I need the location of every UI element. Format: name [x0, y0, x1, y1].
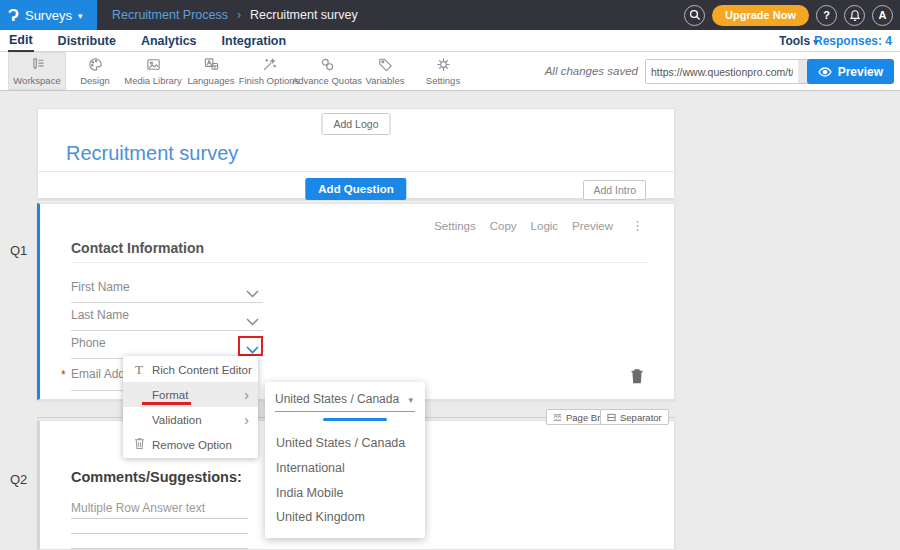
trash-icon — [630, 368, 644, 384]
divider — [38, 171, 674, 172]
search-icon — [689, 9, 701, 21]
annotation-highlight-box — [238, 336, 263, 356]
toolbar-item-advance-quotas[interactable]: Advance Quotas — [298, 52, 356, 90]
menu-item-label: Remove Option — [152, 439, 232, 451]
toolbar-item-variables[interactable]: Variables — [356, 52, 414, 90]
upgrade-now-button[interactable]: Upgrade Now — [712, 5, 809, 26]
menu-item-rich-content-editor[interactable]: T Rich Content Editor — [123, 357, 258, 382]
format-option-us-canada[interactable]: United States / Canada — [276, 436, 405, 450]
menu-item-label: Format — [152, 389, 188, 401]
finish-options-icon — [261, 56, 278, 73]
field-underline — [71, 330, 263, 331]
tab-integration[interactable]: Integration — [221, 30, 288, 52]
survey-url-box: ✎ — [645, 59, 827, 84]
topbar-actions: Upgrade Now ? A — [684, 0, 893, 30]
chevron-down-icon — [246, 318, 259, 326]
toolbar-item-label: Advance Quotas — [292, 75, 362, 86]
toolbar-item-media-library[interactable]: Media Library — [124, 52, 182, 90]
multi-row-answer-placeholder[interactable]: Multiple Row Answer text — [71, 501, 205, 515]
avatar: A — [879, 9, 887, 21]
toolbar-item-design[interactable]: Design — [66, 52, 124, 90]
field-option-context-menu: T Rich Content Editor Format › Validatio… — [123, 356, 258, 458]
toolbar-item-settings[interactable]: Settings — [414, 52, 472, 90]
question-copy-link[interactable]: Copy — [490, 220, 517, 232]
question-title[interactable]: Comments/Suggestions: — [71, 469, 242, 485]
advance-quotas-icon — [319, 56, 336, 73]
menu-item-validation[interactable]: Validation › — [123, 407, 258, 432]
toolbar-item-label: Design — [80, 75, 110, 86]
editor-toolbar: Workspace Design Media Library — [0, 52, 900, 91]
separator-button[interactable]: Separator — [600, 409, 669, 425]
format-option-international[interactable]: International — [276, 461, 345, 475]
toolbar-item-label: Media Library — [124, 75, 182, 86]
required-mark: * — [61, 368, 66, 382]
top-bar: Ɂ Surveys ▾ Recruitment Process › Recrui… — [0, 0, 900, 30]
toolbar-item-label: Finish Options — [239, 75, 300, 86]
app-window: Ɂ Surveys ▾ Recruitment Process › Recrui… — [0, 0, 900, 550]
tab-edit[interactable]: Edit — [8, 30, 34, 52]
design-icon — [87, 56, 104, 73]
questionpro-logo: Ɂ — [8, 7, 19, 24]
add-intro-button[interactable]: Add Intro — [583, 180, 646, 200]
question-actions: Settings Copy Logic Preview ⋮ — [434, 218, 644, 233]
menu-item-label: Rich Content Editor — [152, 364, 252, 376]
tab-distribute[interactable]: Distribute — [57, 30, 117, 52]
breadcrumb-folder[interactable]: Recruitment Process — [112, 8, 228, 22]
toolbar-item-label: Languages — [187, 75, 234, 86]
account-button[interactable]: A — [872, 5, 893, 26]
field-option-dropdown[interactable] — [246, 312, 259, 330]
survey-title[interactable]: Recruitment survey — [66, 142, 238, 165]
field-label-phone[interactable]: Phone — [71, 336, 106, 350]
scroll-indicator[interactable] — [323, 418, 387, 421]
tools-label: Tools — [779, 34, 810, 48]
languages-icon — [203, 56, 220, 73]
field-underline — [71, 302, 263, 303]
field-option-dropdown[interactable] — [246, 284, 259, 302]
breadcrumb-separator-icon: › — [237, 8, 241, 22]
search-button[interactable] — [684, 5, 705, 26]
question-settings-link[interactable]: Settings — [434, 220, 476, 232]
field-label-last-name[interactable]: Last Name — [71, 308, 129, 322]
notifications-button[interactable] — [844, 5, 865, 26]
question-mark-icon: ? — [823, 9, 830, 21]
question-title[interactable]: Contact Information — [71, 240, 204, 256]
toolbar-item-workspace[interactable]: Workspace — [8, 52, 66, 90]
toolbar-item-label: Settings — [426, 75, 460, 86]
question-logic-link[interactable]: Logic — [531, 220, 559, 232]
menu-item-remove-option[interactable]: Remove Option — [123, 432, 258, 457]
chevron-down-icon — [246, 290, 259, 298]
format-option-united-kingdom[interactable]: United Kingdom — [276, 510, 365, 524]
format-option-india-mobile[interactable]: India Mobile — [276, 486, 343, 500]
question-preview-link[interactable]: Preview — [572, 220, 613, 232]
separator-label: Separator — [620, 412, 662, 423]
add-question-button[interactable]: Add Question — [305, 178, 406, 200]
bell-icon — [849, 9, 861, 22]
annotation-underline — [142, 402, 191, 405]
eye-icon — [818, 67, 832, 77]
format-select[interactable]: United States / Canada ▾ — [275, 392, 415, 412]
help-button[interactable]: ? — [816, 5, 837, 26]
preview-button[interactable]: Preview — [807, 59, 894, 84]
breadcrumb: Recruitment Process › Recruitment survey — [112, 0, 358, 30]
menu-item-label: Validation — [152, 414, 202, 426]
separator-icon — [607, 413, 616, 422]
tab-bar: Edit Distribute Analytics Integration To… — [0, 30, 900, 52]
surveys-menu[interactable]: Ɂ Surveys ▾ — [0, 0, 97, 30]
toolbar-item-label: Workspace — [13, 75, 60, 86]
question-number-q2: Q2 — [10, 472, 27, 487]
tab-analytics[interactable]: Analytics — [140, 30, 198, 52]
survey-url-input[interactable] — [646, 60, 798, 83]
kebab-menu-icon[interactable]: ⋮ — [631, 218, 644, 233]
trash-icon — [132, 437, 146, 452]
answer-line — [71, 533, 248, 534]
question-number-q1: Q1 — [10, 243, 27, 258]
toolbar-item-finish-options[interactable]: Finish Options — [240, 52, 298, 90]
add-logo-button[interactable]: Add Logo — [322, 113, 391, 135]
page-break-icon — [553, 413, 562, 422]
tools-menu[interactable]: Tools ▾ — [779, 34, 818, 48]
delete-question-button[interactable] — [630, 368, 644, 388]
text-format-icon: T — [132, 362, 146, 378]
toolbar-item-languages[interactable]: Languages — [182, 52, 240, 90]
field-label-first-name[interactable]: First Name — [71, 280, 130, 294]
responses-link[interactable]: Responses: 4 — [814, 34, 892, 48]
